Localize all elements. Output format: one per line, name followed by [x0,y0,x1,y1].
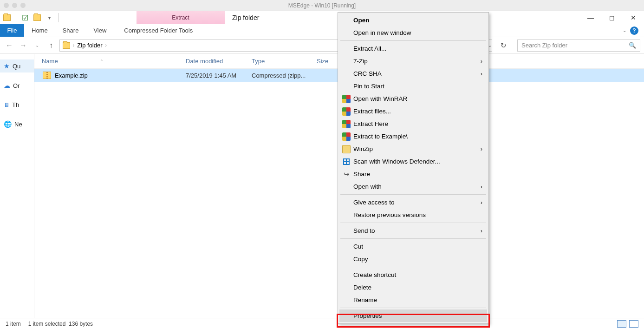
ctx-label: Extract to Example\ [353,133,408,140]
separator [16,13,16,22]
search-input[interactable]: Search Zip folder 🔍 [517,39,640,52]
ctx-share[interactable]: Share [339,168,487,180]
window-title: Zip folder [225,11,350,24]
folder-icon[interactable] [3,13,11,22]
ctx-extract-files[interactable]: Extract files... [339,105,487,118]
help-icon[interactable]: ? [630,26,638,35]
chevron-right-icon: › [481,58,482,65]
ctx-copy[interactable]: Copy [339,253,487,265]
chevron-right-icon[interactable]: › [104,43,108,48]
ctx-label: Open with WinRAR [353,95,407,102]
winrar-icon [342,120,351,128]
context-menu: Open Open in new window Extract All... 7… [338,12,489,324]
separator [340,267,486,267]
tab-view[interactable]: View [86,24,114,37]
sidebar-label: Or [13,82,20,89]
tab-compressed-tools[interactable]: Compressed Folder Tools [114,24,203,37]
navigation-pane: ★Qu ☁Or 🖥Th 🌐Ne [0,54,34,325]
ctx-give-access[interactable]: Give access to› [339,196,487,209]
zip-file-icon [43,72,51,79]
sidebar-label: Th [12,101,19,108]
ctx-cut[interactable]: Cut [339,240,487,253]
ctx-send-to[interactable]: Send to› [339,224,487,237]
ctx-label: CRC SHA [353,70,382,77]
quick-access-toolbar: ☑ ▾ [0,11,62,24]
ctx-delete[interactable]: Delete [339,281,487,294]
ctx-restore-versions[interactable]: Restore previous versions [339,209,487,221]
column-size[interactable]: Size [309,58,337,65]
sidebar-item-network[interactable]: 🌐Ne [0,118,34,131]
breadcrumb-segment[interactable]: Zip folder [77,42,102,49]
forward-button[interactable]: → [18,40,29,51]
pc-icon: 🖥 [4,102,9,108]
winrar-icon [342,95,351,103]
large-icons-view-icon[interactable] [629,320,638,328]
defender-icon [342,158,351,166]
sidebar-item-quick-access[interactable]: ★Qu [0,59,34,72]
winrar-icon [342,132,351,141]
address-bar-row: ← → ⌄ ↑ › Zip folder › ⌄ ↻ Search Zip fo… [0,37,644,54]
search-icon[interactable]: 🔍 [629,42,636,49]
ctx-extract-to-folder[interactable]: Extract to Example\ [339,130,487,143]
close-button[interactable]: ✕ [623,11,644,24]
ctx-label: 7-Zip [353,58,368,65]
minimize-button[interactable]: — [580,11,601,24]
ctx-properties[interactable]: Properties [339,309,487,322]
ctx-rename[interactable]: Rename [339,294,487,306]
view-mode-buttons [617,320,638,328]
sidebar-item-this-pc[interactable]: 🖥Th [0,99,34,111]
refresh-button[interactable]: ↻ [497,39,510,52]
separator [340,308,486,308]
new-folder-qat-icon[interactable] [33,13,41,22]
vm-titlebar: MSEdge - Win10 [Running] [0,0,644,11]
ctx-winzip[interactable]: WinZip› [339,143,487,155]
file-name-cell[interactable]: Example.zip [34,72,178,79]
tab-file[interactable]: File [0,24,24,37]
separator [340,194,486,195]
ctx-pin-to-start[interactable]: Pin to Start [339,80,487,92]
ctx-open-with-winrar[interactable]: Open with WinRAR [339,92,487,105]
customize-qat-icon[interactable]: ▾ [45,13,53,22]
separator [340,40,486,41]
minimize-dot[interactable] [12,3,17,8]
ctx-7zip[interactable]: 7-Zip› [339,55,487,67]
ctx-label: Scan with Windows Defender... [353,158,440,165]
ctx-extract-all[interactable]: Extract All... [339,42,487,55]
ribbon-top: ☑ ▾ Extract Zip folder — ◻ ✕ [0,11,644,24]
ctx-open-with[interactable]: Open with› [339,180,487,193]
ribbon-expand-icon[interactable]: ⌄ [623,28,626,33]
ctx-create-shortcut[interactable]: Create shortcut [339,269,487,281]
chevron-right-icon: › [481,227,482,234]
properties-qat-icon[interactable]: ☑ [21,13,29,22]
details-view-icon[interactable] [617,320,626,328]
network-icon: 🌐 [4,120,12,128]
ctx-open-new-window[interactable]: Open in new window [339,26,487,39]
chevron-right-icon[interactable]: › [72,43,75,48]
ctx-extract-here[interactable]: Extract Here [339,118,487,130]
ctx-defender-scan[interactable]: Scan with Windows Defender... [339,155,487,168]
zoom-dot[interactable] [20,3,26,8]
winrar-icon [342,107,351,116]
share-icon [342,170,351,178]
up-button[interactable]: ↑ [46,40,57,51]
mac-traffic-lights[interactable] [4,3,26,8]
tab-share[interactable]: Share [55,24,86,37]
sort-indicator-icon: ⌃ [100,59,104,64]
recent-dropdown-icon[interactable]: ⌄ [32,40,43,51]
file-type-cell: Compressed (zipp... [244,72,323,79]
explorer-body: ★Qu ☁Or 🖥Th 🌐Ne Name⌃ Date modified Type… [0,54,644,325]
tab-home[interactable]: Home [24,24,55,37]
chevron-right-icon: › [481,183,482,190]
contextual-tab-header[interactable]: Extract [137,11,225,24]
ctx-label: Open with [353,183,382,190]
ctx-label: Extract Here [353,120,388,127]
ctx-crc-sha[interactable]: CRC SHA› [339,67,487,80]
column-type[interactable]: Type [244,58,309,65]
ctx-open[interactable]: Open [339,14,487,26]
maximize-button[interactable]: ◻ [601,11,623,24]
column-date[interactable]: Date modified [178,58,244,65]
back-button[interactable]: ← [4,40,15,51]
column-name[interactable]: Name⌃ [34,58,178,65]
sidebar-item-onedrive[interactable]: ☁Or [0,79,34,92]
close-dot[interactable] [4,3,9,8]
